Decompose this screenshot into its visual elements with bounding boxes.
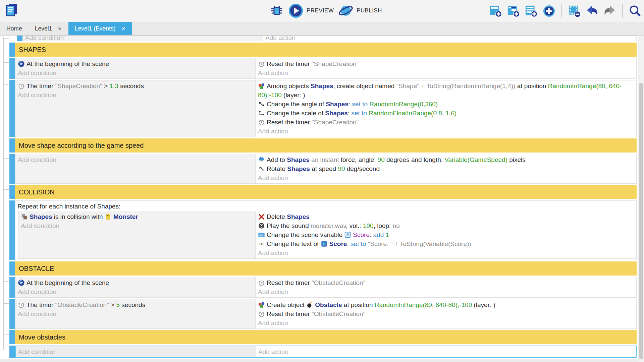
group-row[interactable]: Move shape according to the game speed <box>9 138 637 153</box>
tab-close-icon[interactable]: ✕ <box>58 26 62 32</box>
event-line[interactable]: Reset the timer "ObstacleCreation" <box>256 278 627 287</box>
undo-button[interactable] <box>586 5 598 17</box>
add-condition-button[interactable]: Add condition <box>15 68 255 77</box>
event-body[interactable]: At the beginning of the sceneAdd conditi… <box>15 277 637 298</box>
remove-event-button[interactable] <box>568 5 581 17</box>
project-manager-icon[interactable] <box>4 3 19 17</box>
foreach-header[interactable]: Repeat for each instance of Shapes: <box>15 202 636 211</box>
add-action-button[interactable]: Add action <box>256 173 627 182</box>
event-line[interactable]: Shapes is in collision with Monster <box>18 212 255 221</box>
publish-button[interactable]: PUBLISH <box>338 3 382 18</box>
event-line[interactable]: Reset the timer "ShapeCreation" <box>256 59 627 68</box>
add-condition-button[interactable]: Add condition <box>18 221 255 230</box>
event-line[interactable]: Among objects Shapes, create object name… <box>256 81 627 100</box>
event-drag-handle[interactable] <box>9 261 15 276</box>
add-condition-button[interactable]: Add condition <box>15 90 255 100</box>
conditions-cell[interactable]: Shapes is in collision with MonsterAdd c… <box>18 211 256 258</box>
event-line[interactable]: At the beginning of the scene <box>15 278 255 287</box>
actions-cell[interactable]: Delete ShapesPlay the sound monster.wav,… <box>256 211 636 258</box>
event-drag-handle[interactable] <box>9 43 15 57</box>
search-button[interactable] <box>629 5 641 17</box>
tab-level1-events[interactable]: Level1 (Events)✕ <box>68 22 132 35</box>
sub-event[interactable]: Shapes is in collision with MonsterAdd c… <box>18 211 636 259</box>
add-action-button[interactable]: Add action <box>256 68 627 77</box>
event-row[interactable]: At the beginning of the sceneAdd conditi… <box>9 58 637 79</box>
add-circle-button[interactable] <box>543 5 555 17</box>
event-drag-handle[interactable] <box>9 200 15 260</box>
event-line[interactable]: Reset the timer "ShapeCreation" <box>256 118 627 127</box>
event-row[interactable]: Add conditionAdd action <box>9 346 637 358</box>
event-body[interactable]: The timer "ShapeCreation" > 1.3 secondsA… <box>15 80 637 137</box>
event-row[interactable]: At the beginning of the sceneAdd conditi… <box>9 277 637 298</box>
group-row[interactable]: OBSTACLE <box>9 261 637 276</box>
event-drag-handle[interactable] <box>9 277 15 298</box>
tab-home[interactable]: Home <box>0 22 29 35</box>
event-body[interactable]: Add conditionAdd action <box>22 36 637 41</box>
event-row[interactable]: Add conditionAdd action <box>17 36 637 41</box>
scrollbar-thumb[interactable] <box>639 83 643 359</box>
event-row[interactable]: The timer "ObstacleCreation" > 5 seconds… <box>9 299 637 329</box>
event-line[interactable]: Rotate Shapes at speed 90 deg/second <box>256 164 627 173</box>
actions-cell[interactable]: Reset the timer "ObstacleCreation"Add ac… <box>256 277 636 297</box>
add-condition-button[interactable]: Add condition <box>15 155 255 164</box>
add-action-button[interactable]: Add action <box>256 347 627 356</box>
add-action-button[interactable]: Add action <box>256 287 627 296</box>
conditions-cell[interactable]: Add condition <box>23 36 263 41</box>
add-comment-button[interactable] <box>525 5 538 17</box>
add-condition-button[interactable]: Add condition <box>15 287 255 296</box>
debug-button[interactable] <box>270 4 284 18</box>
actions-cell[interactable]: Reset the timer "ShapeCreation"Add actio… <box>256 58 636 78</box>
group-row[interactable]: SHAPES <box>9 43 637 57</box>
event-drag-handle[interactable] <box>9 330 15 344</box>
event-line[interactable]: The timer "ShapeCreation" > 1.3 seconds <box>15 81 255 90</box>
event-line[interactable]: Reset the timer "ObstacleCreation" <box>256 309 627 318</box>
conditions-cell[interactable]: At the beginning of the sceneAdd conditi… <box>15 58 256 78</box>
actions-cell[interactable]: Add action <box>263 36 636 41</box>
add-action-button[interactable]: Add action <box>256 127 627 136</box>
event-line[interactable]: Delete Shapes <box>256 212 627 221</box>
event-line[interactable]: Add to Shapes an instant force, angle: 9… <box>256 155 627 164</box>
event-line[interactable]: The timer "ObstacleCreation" > 5 seconds <box>15 300 255 309</box>
actions-cell[interactable]: Add action <box>256 346 636 357</box>
event-line[interactable]: At the beginning of the scene <box>15 59 255 68</box>
tab-close-icon[interactable]: ✕ <box>121 26 125 32</box>
event-drag-handle[interactable] <box>9 346 15 358</box>
event-row[interactable]: Add conditionAdd to Shapes an instant fo… <box>9 154 637 184</box>
event-row[interactable]: The timer "ShapeCreation" > 1.3 secondsA… <box>9 80 637 137</box>
add-action-button[interactable]: Add action <box>256 248 627 257</box>
preview-button[interactable]: PREVIEW <box>288 3 334 18</box>
event-body[interactable]: The timer "ObstacleCreation" > 5 seconds… <box>15 299 637 329</box>
event-body[interactable]: Add conditionAdd to Shapes an instant fo… <box>15 154 637 184</box>
event-line[interactable]: Change the angle of Shapes: set to Rando… <box>256 100 627 109</box>
add-condition-button[interactable]: Add condition <box>23 36 263 41</box>
conditions-cell[interactable]: The timer "ShapeCreation" > 1.3 secondsA… <box>15 80 256 137</box>
event-line[interactable]: txtChange the text of TScore: set to "Sc… <box>256 239 627 248</box>
add-action-button[interactable]: Add action <box>263 36 627 41</box>
event-drag-handle[interactable] <box>9 58 15 79</box>
foreach-event-row[interactable]: Repeat for each instance of Shapes:Shape… <box>9 200 637 260</box>
add-condition-button[interactable]: Add condition <box>15 309 255 318</box>
add-subevent-button[interactable] <box>507 5 520 17</box>
group-row[interactable]: Move obstacles <box>9 330 637 344</box>
conditions-cell[interactable]: The timer "ObstacleCreation" > 5 seconds… <box>15 299 256 328</box>
group-row[interactable]: COLLISION <box>9 185 637 199</box>
events-sheet[interactable]: Add conditionAdd actionSHAPESAt the begi… <box>0 36 638 362</box>
event-line[interactable]: VarChange the scene variable Score: add … <box>256 230 627 239</box>
event-drag-handle[interactable] <box>9 185 15 199</box>
conditions-cell[interactable]: At the beginning of the sceneAdd conditi… <box>15 277 256 297</box>
event-drag-handle[interactable] <box>9 154 15 184</box>
add-condition-button[interactable]: Add condition <box>16 347 256 356</box>
actions-cell[interactable]: Create object Obstacle at position Rando… <box>256 299 636 328</box>
event-body[interactable]: Repeat for each instance of Shapes:Shape… <box>15 200 637 260</box>
tab-level1[interactable]: Level1✕ <box>29 22 68 35</box>
event-line[interactable]: Change the scale of Shapes: set to Rando… <box>256 109 627 118</box>
add-event-button[interactable] <box>489 5 502 17</box>
event-drag-handle[interactable] <box>9 138 15 153</box>
event-drag-handle[interactable] <box>9 299 15 329</box>
conditions-cell[interactable]: Add condition <box>15 154 256 183</box>
event-drag-handle[interactable] <box>17 36 22 41</box>
actions-cell[interactable]: Among objects Shapes, create object name… <box>256 80 636 137</box>
event-drag-handle[interactable] <box>9 80 15 137</box>
add-action-button[interactable]: Add action <box>256 318 627 327</box>
event-line[interactable]: Create object Obstacle at position Rando… <box>256 300 627 309</box>
